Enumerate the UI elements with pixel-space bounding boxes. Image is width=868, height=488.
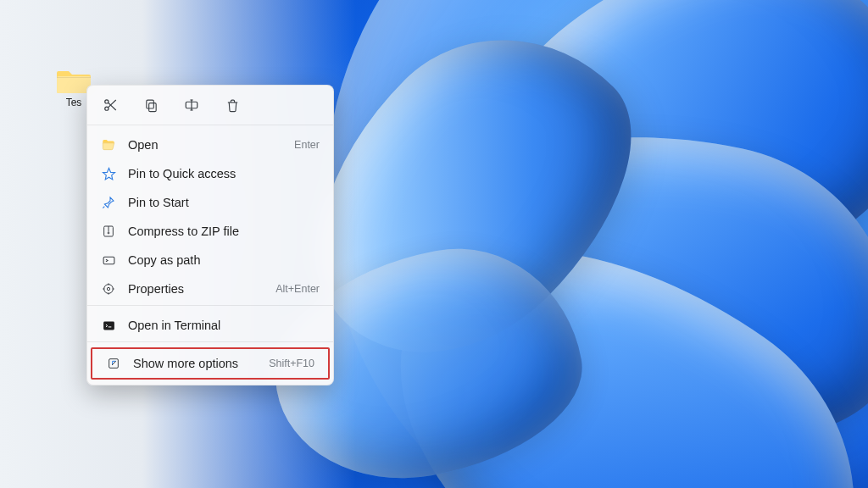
desktop[interactable]: Tes [0,0,868,488]
svg-marker-10 [103,168,114,179]
copy-button[interactable] [142,96,160,114]
context-menu-toolbar [87,91,333,123]
menu-item-open-terminal[interactable]: Open in Terminal [87,311,333,340]
trash-icon [225,98,240,113]
cut-button[interactable] [101,96,120,114]
rename-icon [184,97,199,113]
menu-separator [87,341,333,342]
svg-line-11 [103,207,104,208]
menu-item-copy-path[interactable]: Copy as path [87,246,333,274]
menu-separator [87,305,333,306]
menu-item-label: Compress to ZIP file [128,225,320,238]
menu-item-pin-start[interactable]: Pin to Start [87,188,333,217]
svg-point-14 [108,232,109,234]
context-menu: Open Enter Pin to Quick access Pin to St… [86,85,334,385]
menu-item-label: Properties [128,282,264,296]
svg-point-16 [104,285,114,294]
menu-item-label: Show more options [133,357,257,370]
copy-icon [144,98,159,113]
folder-icon [57,66,91,95]
svg-rect-15 [103,257,114,264]
svg-rect-4 [148,103,156,111]
path-icon [101,252,116,268]
menu-item-compress-zip[interactable]: Compress to ZIP file [87,217,333,246]
menu-item-label: Copy as path [128,253,320,267]
properties-icon [101,281,116,297]
menu-item-open[interactable]: Open Enter [87,130,333,159]
folder-open-icon [101,137,116,152]
svg-point-1 [105,100,108,103]
menu-item-label: Pin to Start [128,196,320,209]
menu-item-shortcut: Shift+F10 [269,358,314,369]
delete-button[interactable] [223,96,242,114]
svg-rect-22 [103,321,114,330]
svg-point-0 [105,107,108,110]
menu-item-properties[interactable]: Properties Alt+Enter [87,274,333,303]
rename-button[interactable] [182,96,201,114]
star-icon [101,166,116,181]
pin-icon [101,195,116,210]
svg-rect-5 [146,100,153,108]
show-more-icon [106,356,121,371]
menu-item-shortcut: Enter [294,139,320,151]
menu-item-shortcut: Alt+Enter [275,283,320,295]
menu-item-label: Open [128,138,282,152]
svg-point-17 [107,287,109,290]
scissors-icon [103,97,118,113]
menu-item-label: Pin to Quick access [128,167,320,180]
zip-icon [101,224,116,239]
menu-item-show-more-options[interactable]: Show more options Shift+F10 [91,347,330,380]
terminal-icon [101,318,116,333]
menu-item-label: Open in Terminal [128,319,320,332]
menu-item-pin-quick-access[interactable]: Pin to Quick access [87,159,333,188]
menu-separator [87,125,333,125]
